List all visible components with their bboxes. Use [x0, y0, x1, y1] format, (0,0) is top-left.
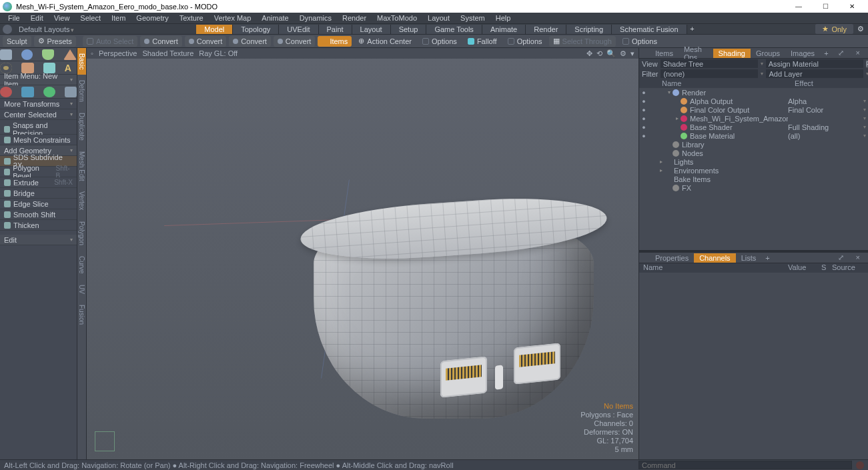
tab-render[interactable]: Render	[526, 25, 566, 34]
panel-undock-icon[interactable]: ⤢	[833, 48, 849, 58]
polygon-bevel[interactable]: Polygon BevelShft-B	[0, 167, 77, 177]
tool-icon-3[interactable]	[43, 87, 55, 97]
vtab-fusion[interactable]: Fusion	[77, 299, 86, 330]
presets-button[interactable]: ⚙Presets	[34, 36, 76, 47]
vp-shaded[interactable]: Shaded Texture	[142, 49, 193, 57]
tab-uvedit[interactable]: UVEdit	[279, 25, 318, 34]
tree-row[interactable]: ●Alpha OutputAlpha▾	[639, 97, 868, 105]
thicken[interactable]: Thicken	[0, 220, 77, 231]
rtab-groups[interactable]: Groups	[751, 49, 785, 58]
smooth-shift[interactable]: Smooth Shift	[0, 209, 77, 220]
snaps-precision[interactable]: Snaps and Precision	[0, 124, 77, 135]
view-select[interactable]	[661, 59, 758, 68]
tree-row[interactable]: ●▾Render	[639, 88, 868, 97]
rtab-add[interactable]: +	[820, 49, 832, 58]
panel2-close-icon[interactable]: ×	[851, 253, 865, 263]
add-tab-button[interactable]: +	[687, 25, 698, 34]
tree-row[interactable]: FX	[639, 183, 868, 192]
menu-vertexmap[interactable]: Vertex Map	[209, 14, 257, 22]
tree-row[interactable]: ●Base Material(all)▾	[639, 131, 868, 140]
convert-3[interactable]: Convert	[229, 36, 271, 47]
only-button[interactable]: Only	[815, 24, 853, 34]
edit-dropdown[interactable]: Edit▾	[0, 235, 77, 245]
tab-model[interactable]: Model	[196, 25, 233, 34]
tool-icon-2[interactable]	[21, 87, 33, 97]
extrude[interactable]: ExtrudeShft-X	[0, 177, 77, 188]
tool-icon-4[interactable]	[65, 87, 77, 97]
tab-animate[interactable]: Animate	[482, 25, 526, 34]
tab-setup[interactable]: Setup	[391, 25, 427, 34]
menu-maxtomodo[interactable]: MaxToModo	[372, 14, 422, 22]
vp-raygl[interactable]: Ray GL: Off	[199, 49, 238, 57]
tree-row[interactable]: Library	[639, 140, 868, 149]
tab-scripting[interactable]: Scripting	[566, 25, 612, 34]
tree-row[interactable]: ●▸Mesh_Wi_Fi_System_Amazon_Eero (3) (Ite…	[639, 114, 868, 123]
menu-layout[interactable]: Layout	[422, 14, 455, 22]
vtab-vertex[interactable]: Vertex	[77, 186, 86, 215]
axis-gizmo-icon[interactable]	[95, 431, 115, 451]
options-2[interactable]: Options	[504, 36, 546, 47]
bridge[interactable]: Bridge	[0, 188, 77, 199]
cube-icon[interactable]	[0, 49, 12, 60]
item-menu[interactable]: Item Menu: New Item▾	[0, 75, 77, 85]
menu-help[interactable]: Help	[490, 14, 516, 22]
tab-schematic[interactable]: Schematic Fusion	[612, 25, 687, 34]
btab-add[interactable]: +	[761, 253, 773, 263]
f-button[interactable]: F	[866, 60, 868, 68]
menu-dynamics[interactable]: Dynamics	[294, 14, 337, 22]
tree-row[interactable]: ▸Environments	[639, 166, 868, 175]
tree-row[interactable]: Nodes	[639, 149, 868, 157]
menu-geometry[interactable]: Geometry	[131, 14, 173, 22]
shader-tree[interactable]: ●▾Render●Alpha OutputAlpha▾●Final Color …	[639, 88, 868, 250]
panel2-undock-icon[interactable]: ⤢	[833, 253, 849, 263]
falloff[interactable]: Falloff	[464, 36, 501, 47]
assign-material[interactable]	[766, 59, 863, 68]
vtab-curve[interactable]: Curve	[77, 251, 86, 279]
rtab-items[interactable]: Items	[650, 49, 679, 58]
tree-row[interactable]: ●Base ShaderFull Shading▾	[639, 123, 868, 131]
pie-menu-icon[interactable]	[3, 25, 12, 34]
btab-lists[interactable]: Lists	[736, 253, 762, 263]
settings-gear-icon[interactable]: ⚙	[857, 25, 864, 33]
vp-max-icon[interactable]: ▾	[630, 49, 634, 58]
btab-channels[interactable]: Channels	[694, 253, 735, 263]
sculpt-button[interactable]: Sculpt	[3, 36, 31, 47]
command-input[interactable]	[638, 461, 852, 469]
tree-row[interactable]: Bake Items	[639, 175, 868, 183]
vp-perspective[interactable]: Perspective	[99, 49, 137, 57]
vp-rotate-icon[interactable]: ⟲	[596, 49, 602, 58]
vtab-polygon[interactable]: Polygon	[77, 216, 86, 251]
maximize-button[interactable]: ☐	[812, 3, 839, 10]
add-layer[interactable]	[766, 69, 863, 78]
edge-slice[interactable]: Edge Slice	[0, 199, 77, 209]
menu-item[interactable]: Item	[106, 14, 131, 22]
vtab-deform[interactable]: Deform	[77, 75, 86, 107]
channels-body[interactable]	[639, 273, 868, 459]
vp-gear-icon[interactable]: ⚙	[620, 49, 626, 58]
menu-file[interactable]: File	[3, 14, 25, 22]
rtab-shading[interactable]: Shading	[713, 49, 751, 58]
menu-select[interactable]: Select	[75, 14, 106, 22]
menu-render[interactable]: Render	[337, 14, 372, 22]
viewport-canvas[interactable]: No Items Polygons : Face Channels: 0 Def…	[87, 59, 638, 459]
tool-icon-1[interactable]	[0, 87, 12, 97]
tab-layout[interactable]: Layout	[352, 25, 391, 34]
auto-select-toggle[interactable]: Auto Select	[83, 36, 137, 47]
default-layouts[interactable]: Default Layouts▾	[15, 25, 78, 33]
tab-paint[interactable]: Paint	[319, 25, 352, 34]
convert-4[interactable]: Convert	[274, 36, 316, 47]
btab-properties[interactable]: Properties	[650, 253, 694, 263]
convert-2[interactable]: Convert	[185, 36, 227, 47]
mesh-constraints[interactable]: Mesh Constraints	[0, 135, 77, 145]
select-through[interactable]: ▦Select Through	[549, 36, 616, 47]
center-selected[interactable]: Center Selected▾	[0, 109, 77, 120]
vtab-uv[interactable]: UV	[77, 279, 86, 299]
menu-texture[interactable]: Texture	[174, 14, 209, 22]
record-icon[interactable]	[856, 461, 864, 469]
panel-close-icon[interactable]: ×	[851, 48, 865, 58]
vtab-meshedit[interactable]: Mesh Edit	[77, 146, 86, 186]
tree-row[interactable]: ▸Lights	[639, 157, 868, 166]
rtab-images[interactable]: Images	[785, 49, 820, 58]
menu-system[interactable]: System	[455, 14, 490, 22]
items-button[interactable]: Items	[318, 36, 352, 47]
